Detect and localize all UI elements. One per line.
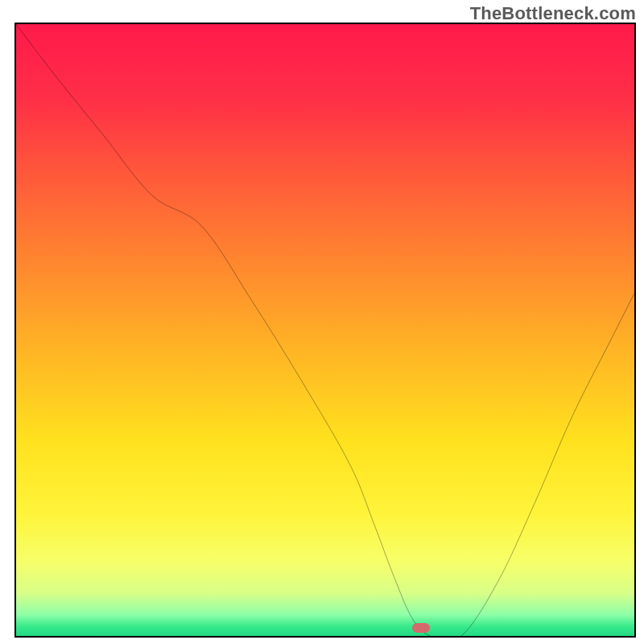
bottleneck-curve: [16, 24, 634, 636]
watermark-text: TheBottleneck.com: [470, 3, 636, 24]
optimal-point-marker: [412, 623, 430, 633]
plot-area: [14, 23, 636, 638]
chart-frame: TheBottleneck.com: [0, 0, 644, 644]
